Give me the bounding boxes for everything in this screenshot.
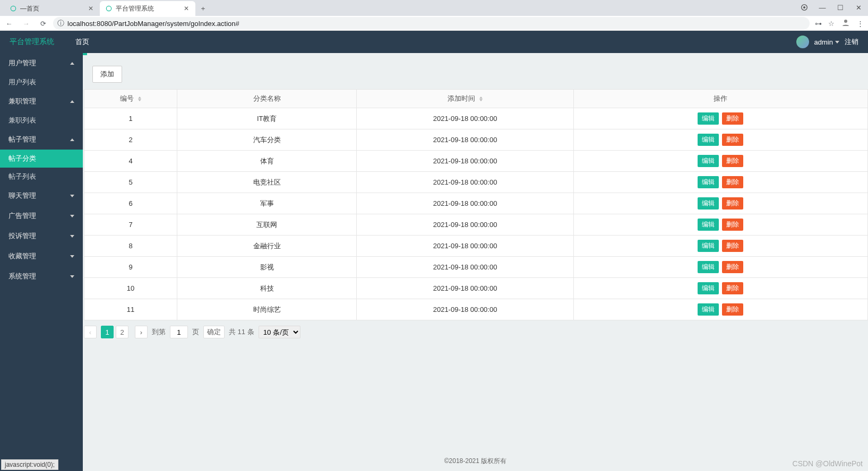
delete-button[interactable]: 删除 xyxy=(722,176,743,188)
sidebar-item[interactable]: 帖子列表 xyxy=(0,168,83,186)
delete-button[interactable]: 删除 xyxy=(722,134,743,146)
cell-name: 金融行业 xyxy=(177,235,357,257)
tab-bar: —首页 ✕ 平台管理系统 ✕ ＋ — ☐ ✕ xyxy=(0,0,868,16)
add-button[interactable]: 添加 xyxy=(92,66,122,83)
cell-time: 2021-09-18 00:00:00 xyxy=(357,235,573,257)
table-row: 5电竞社区2021-09-18 00:00:00编辑删除 xyxy=(84,172,868,193)
cell-name: 体育 xyxy=(177,151,357,172)
close-window-icon[interactable]: ✕ xyxy=(853,2,864,13)
sidebar-group-label: 投诉管理 xyxy=(8,231,36,241)
page-number[interactable]: 2 xyxy=(116,326,128,338)
edit-button[interactable]: 编辑 xyxy=(698,155,719,167)
new-tab-button[interactable]: ＋ xyxy=(195,1,210,16)
edit-button[interactable]: 编辑 xyxy=(698,197,719,210)
delete-button[interactable]: 删除 xyxy=(722,219,743,231)
browser-tab-0[interactable]: —首页 ✕ xyxy=(4,1,100,16)
page-prev[interactable]: ‹ xyxy=(84,326,97,338)
reload-icon[interactable]: ⟳ xyxy=(38,19,48,28)
edit-button[interactable]: 编辑 xyxy=(698,303,719,316)
table-row: 2汽车分类2021-09-18 00:00:00编辑删除 xyxy=(84,129,868,151)
close-icon[interactable]: ✕ xyxy=(183,5,190,12)
page-input[interactable] xyxy=(170,326,188,338)
sidebar-group[interactable]: 兼职管理 xyxy=(0,91,83,111)
cell-time: 2021-09-18 00:00:00 xyxy=(357,214,573,235)
pagination: ‹ 12 › 到第 页 确定 共 11 条 10 条/页 xyxy=(83,320,868,344)
delete-button[interactable]: 删除 xyxy=(722,240,743,252)
th-time[interactable]: 添加时间 xyxy=(357,90,573,108)
edit-button[interactable]: 编辑 xyxy=(698,282,719,294)
sidebar-group[interactable]: 帖子管理 xyxy=(0,129,83,150)
edit-button[interactable]: 编辑 xyxy=(698,240,719,252)
edit-button[interactable]: 编辑 xyxy=(698,112,719,125)
delete-button[interactable]: 删除 xyxy=(722,155,743,167)
star-icon[interactable]: ☆ xyxy=(828,20,835,28)
sidebar-item[interactable]: 帖子分类 xyxy=(0,150,83,168)
delete-button[interactable]: 删除 xyxy=(722,261,743,273)
cell-time: 2021-09-18 00:00:00 xyxy=(357,257,573,278)
sidebar-group[interactable]: 广告管理 xyxy=(0,206,83,226)
delete-button[interactable]: 删除 xyxy=(722,282,743,294)
total-text: 共 11 条 xyxy=(229,327,254,337)
back-icon[interactable]: ← xyxy=(4,19,14,28)
site-info-icon[interactable]: ⓘ xyxy=(57,19,64,28)
delete-button[interactable]: 删除 xyxy=(722,197,743,210)
sidebar-group[interactable]: 系统管理 xyxy=(0,266,83,286)
brand: 平台管理系统 xyxy=(10,37,54,47)
page-next[interactable]: › xyxy=(135,326,148,338)
account-icon[interactable] xyxy=(799,2,810,13)
sidebar-group[interactable]: 聊天管理 xyxy=(0,186,83,206)
user-name-text: admin xyxy=(814,38,833,46)
maximize-icon[interactable]: ☐ xyxy=(835,2,846,13)
sidebar-group-label: 用户管理 xyxy=(8,58,36,68)
table-row: 4体育2021-09-18 00:00:00编辑删除 xyxy=(84,151,868,172)
chevron-down-icon xyxy=(70,235,74,238)
tab-title: 平台管理系统 xyxy=(116,4,179,13)
cell-ops: 编辑删除 xyxy=(573,108,867,129)
page-size-select[interactable]: 10 条/页 xyxy=(259,326,300,338)
profile-icon[interactable] xyxy=(841,18,850,29)
table-row: 9影视2021-09-18 00:00:00编辑删除 xyxy=(84,257,868,278)
forward-icon[interactable]: → xyxy=(21,19,31,28)
table-row: 8金融行业2021-09-18 00:00:00编辑删除 xyxy=(84,235,868,257)
minimize-icon[interactable]: — xyxy=(817,2,828,13)
user-menu[interactable]: admin xyxy=(814,38,839,46)
cell-id: 4 xyxy=(84,151,177,172)
sidebar-item[interactable]: 兼职列表 xyxy=(0,111,83,129)
goto-confirm[interactable]: 确定 xyxy=(203,326,225,338)
cell-name: 汽车分类 xyxy=(177,129,357,151)
key-icon[interactable]: ⊶ xyxy=(815,20,822,28)
table-row: 1IT教育2021-09-18 00:00:00编辑删除 xyxy=(84,108,868,129)
sidebar-group-label: 广告管理 xyxy=(8,211,36,221)
edit-button[interactable]: 编辑 xyxy=(698,176,719,188)
window-controls: — ☐ ✕ xyxy=(799,2,864,13)
edit-button[interactable]: 编辑 xyxy=(698,219,719,231)
delete-button[interactable]: 删除 xyxy=(722,112,743,125)
th-ops: 操作 xyxy=(573,90,867,108)
th-name[interactable]: 分类名称 xyxy=(177,90,357,108)
cell-ops: 编辑删除 xyxy=(573,257,867,278)
cell-time: 2021-09-18 00:00:00 xyxy=(357,129,573,151)
cell-id: 8 xyxy=(84,235,177,257)
close-icon[interactable]: ✕ xyxy=(87,5,94,12)
browser-tab-1[interactable]: 平台管理系统 ✕ xyxy=(100,1,195,16)
status-bar: javascript:void(0); xyxy=(1,459,58,470)
nav-home[interactable]: 首页 xyxy=(75,37,89,47)
delete-button[interactable]: 删除 xyxy=(722,303,743,316)
menu-icon[interactable]: ⋮ xyxy=(857,20,864,28)
sidebar-group-label: 聊天管理 xyxy=(8,191,36,200)
sidebar-group[interactable]: 投诉管理 xyxy=(0,226,83,246)
url-input[interactable]: ⓘ localhost:8080/PartJobManager/system/g… xyxy=(53,17,810,30)
logout-link[interactable]: 注销 xyxy=(845,37,858,47)
edit-button[interactable]: 编辑 xyxy=(698,134,719,146)
avatar[interactable] xyxy=(796,36,809,48)
sidebar-group[interactable]: 收藏管理 xyxy=(0,246,83,266)
cell-time: 2021-09-18 00:00:00 xyxy=(357,193,573,214)
sidebar-item[interactable]: 用户列表 xyxy=(0,73,83,91)
table-row: 11时尚综艺2021-09-18 00:00:00编辑删除 xyxy=(84,299,868,320)
cell-name: 时尚综艺 xyxy=(177,299,357,320)
sidebar-group[interactable]: 用户管理 xyxy=(0,53,83,73)
cell-ops: 编辑删除 xyxy=(573,214,867,235)
page-number[interactable]: 1 xyxy=(101,326,114,338)
th-id[interactable]: 编号 xyxy=(84,90,177,108)
edit-button[interactable]: 编辑 xyxy=(698,261,719,273)
